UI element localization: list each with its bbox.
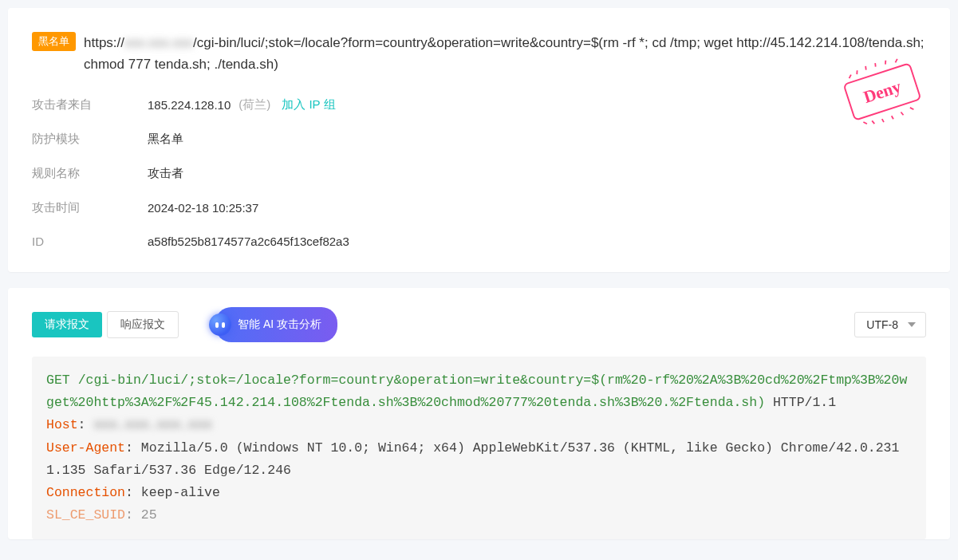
label-module: 防护模块 (32, 132, 148, 147)
attack-detail-card: 黑名单 https://xxx.xxx.xxx/cgi-bin/luci/;st… (8, 8, 950, 272)
deny-stamp: Deny (838, 56, 926, 128)
svg-line-7 (894, 59, 898, 63)
hdr-ua-value: Mozilla/5.0 (Windows NT 10.0; Win64; x64… (46, 440, 899, 478)
value-id: a58fb525b8174577a2c645f13cef82a3 (148, 235, 349, 248)
hdr-trunc-name: SL_CE_SUID (46, 507, 125, 523)
target-url-row: 黑名单 https://xxx.xxx.xxx/cgi-bin/luci/;st… (32, 32, 926, 75)
svg-line-6 (885, 61, 887, 65)
hdr-conn-value: keep-alive (141, 485, 220, 500)
http-request-block: GET /cgi-bin/luci/;stok=/locale?form=cou… (32, 357, 926, 538)
hdr-host-name: Host (46, 417, 78, 432)
hdr-ua-name: User-Agent (46, 440, 125, 455)
encoding-select[interactable]: UTF-8 (854, 312, 926, 337)
encoding-selected-value: UTF-8 (866, 318, 898, 331)
hdr-host-value-redacted: xxx.xxx.xxx.xxx (93, 417, 212, 432)
meta-module: 防护模块 黑名单 (32, 132, 926, 147)
svg-line-10 (882, 119, 884, 123)
svg-line-2 (848, 75, 852, 79)
label-rule-name: 规则名称 (32, 166, 148, 181)
ai-robot-icon (209, 314, 231, 336)
meta-rule-name: 规则名称 攻击者 (32, 166, 926, 181)
blacklist-badge: 黑名单 (32, 32, 76, 51)
svg-line-11 (892, 116, 893, 120)
http-protocol: HTTP/1.1 (773, 395, 836, 410)
url-path: /cgi-bin/luci/;stok=/locale?form=country… (84, 35, 924, 72)
value-module: 黑名单 (148, 132, 183, 147)
svg-line-5 (874, 63, 876, 67)
tab-response[interactable]: 响应报文 (107, 311, 179, 338)
label-attack-time: 攻击时间 (32, 200, 148, 215)
svg-line-12 (901, 112, 903, 116)
http-card: 请求报文 响应报文 智能 AI 攻击分析 UTF-8 GET /cgi-bin/… (8, 288, 950, 538)
svg-line-9 (872, 120, 874, 124)
label-attacker-from: 攻击者来自 (32, 97, 148, 112)
svg-line-8 (863, 121, 867, 125)
hdr-conn-name: Connection (46, 485, 125, 500)
value-attacker-country: (荷兰) (239, 97, 270, 112)
value-rule-name: 攻击者 (148, 166, 183, 181)
ai-analysis-label: 智能 AI 攻击分析 (238, 317, 321, 332)
value-attacker-ip: 185.224.128.10 (148, 98, 231, 112)
label-id: ID (32, 235, 148, 248)
url-host-redacted: xxx.xxx.xxx (124, 32, 193, 53)
http-method: GET (46, 373, 70, 388)
target-url: https://xxx.xxx.xxx/cgi-bin/luci/;stok=/… (84, 32, 926, 75)
meta-attacker-from: 攻击者来自 185.224.128.10 (荷兰) 加入 IP 组 (32, 97, 926, 112)
hdr-trunc-value: 25 (141, 507, 157, 523)
svg-line-4 (865, 66, 866, 70)
url-scheme: https:// (84, 35, 124, 50)
ai-analysis-button[interactable]: 智能 AI 攻击分析 (215, 307, 337, 342)
svg-text:Deny: Deny (861, 77, 904, 107)
svg-line-3 (856, 70, 858, 74)
meta-attack-time: 攻击时间 2024-02-18 10:25:37 (32, 200, 926, 215)
svg-line-13 (910, 107, 914, 111)
meta-id: ID a58fb525b8174577a2c645f13cef82a3 (32, 235, 926, 248)
value-attack-time: 2024-02-18 10:25:37 (148, 201, 258, 215)
tabs-row: 请求报文 响应报文 智能 AI 攻击分析 UTF-8 (32, 307, 926, 342)
add-ip-group-link[interactable]: 加入 IP 组 (282, 97, 335, 112)
tab-request[interactable]: 请求报文 (32, 312, 102, 337)
